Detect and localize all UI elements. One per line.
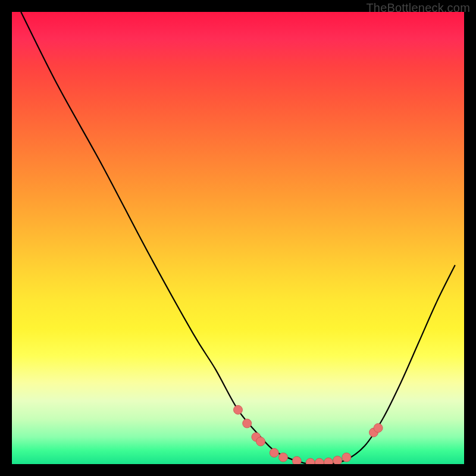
chart-frame: TheBottleneck.com bbox=[0, 0, 476, 476]
plot-area bbox=[12, 12, 464, 464]
data-point-marker bbox=[374, 424, 383, 433]
data-point-marker bbox=[256, 437, 265, 446]
chart-svg bbox=[12, 12, 464, 464]
data-point-marker bbox=[315, 458, 324, 464]
data-point-marker bbox=[234, 405, 243, 414]
bottleneck-curve bbox=[21, 12, 455, 464]
data-point-marker bbox=[324, 458, 333, 464]
data-point-marker bbox=[306, 458, 315, 464]
data-point-marker bbox=[333, 456, 342, 464]
data-point-marker bbox=[292, 456, 301, 464]
data-point-marker bbox=[279, 453, 288, 462]
data-point-marker bbox=[270, 449, 278, 458]
data-point-marker bbox=[243, 419, 252, 428]
highlighted-points-group bbox=[234, 405, 383, 464]
data-point-marker bbox=[342, 453, 351, 462]
